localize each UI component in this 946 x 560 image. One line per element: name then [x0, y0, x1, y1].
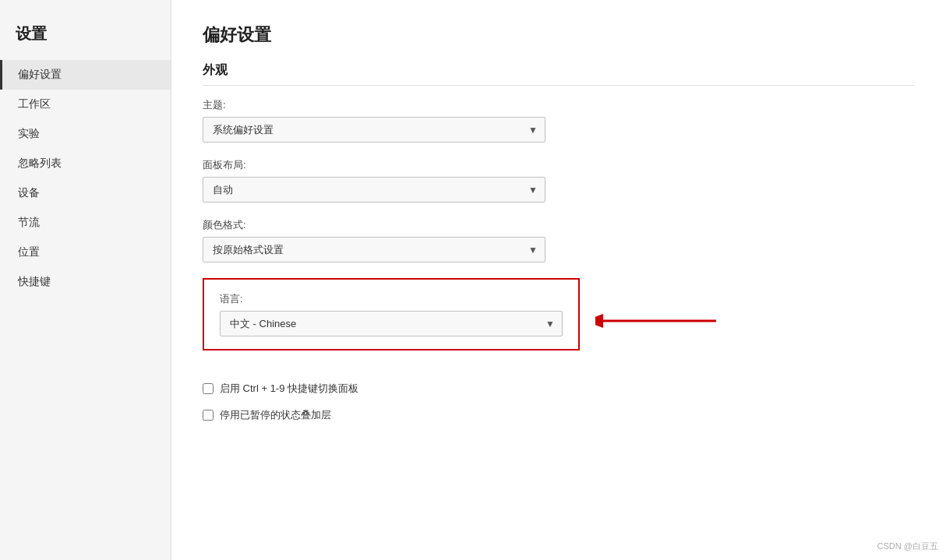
- disable-paused-overlay-group: 停用已暂停的状态叠加层: [203, 408, 915, 422]
- language-section: 语言: 中文 - Chinese English 日本語 한국어 ▼: [203, 278, 580, 350]
- color-format-label: 颜色格式:: [203, 218, 915, 232]
- sidebar-item-location[interactable]: 位置: [0, 238, 171, 267]
- sidebar: 设置 偏好设置 工作区 实验 忽略列表 设备 节流 位置 快捷键: [0, 0, 171, 560]
- theme-field-group: 主题: 系统偏好设置 浅色 深色 ▼: [203, 98, 915, 143]
- theme-select[interactable]: 系统偏好设置 浅色 深色: [203, 117, 545, 143]
- sidebar-item-workspace[interactable]: 工作区: [0, 90, 171, 119]
- language-select-wrapper: 中文 - Chinese English 日本語 한국어 ▼: [220, 311, 563, 336]
- annotation-arrow: [595, 309, 720, 335]
- enable-ctrl-shortcuts-label: 启用 Ctrl + 1-9 快捷键切换面板: [220, 382, 358, 396]
- sidebar-item-throttle[interactable]: 节流: [0, 208, 171, 238]
- panel-layout-select-wrapper: 自动 水平 垂直 ▼: [203, 177, 545, 203]
- sidebar-item-preferences[interactable]: 偏好设置: [0, 60, 171, 90]
- main-content: 偏好设置 外观 主题: 系统偏好设置 浅色 深色 ▼ 面板布局: 自动 水平 垂: [171, 0, 946, 560]
- theme-label: 主题:: [203, 98, 915, 112]
- appearance-section-title: 外观: [203, 62, 915, 86]
- watermark: CSDN @白豆五: [877, 541, 938, 552]
- panel-layout-select[interactable]: 自动 水平 垂直: [203, 177, 545, 203]
- sidebar-item-devices[interactable]: 设备: [0, 178, 171, 208]
- enable-ctrl-shortcuts-checkbox[interactable]: [203, 383, 214, 394]
- language-select[interactable]: 中文 - Chinese English 日本語 한국어: [220, 311, 563, 336]
- color-format-field-group: 颜色格式: 按原始格式设置 HEX RGB HSL ▼: [203, 218, 915, 262]
- enable-ctrl-shortcuts-group: 启用 Ctrl + 1-9 快捷键切换面板: [203, 382, 915, 396]
- panel-layout-label: 面板布局:: [203, 158, 915, 172]
- language-label: 语言:: [220, 292, 563, 306]
- color-format-select-wrapper: 按原始格式设置 HEX RGB HSL ▼: [203, 237, 545, 262]
- disable-paused-overlay-checkbox[interactable]: [203, 410, 214, 421]
- sidebar-title: 设置: [0, 0, 171, 60]
- page-title: 偏好设置: [203, 23, 915, 47]
- sidebar-item-shortcuts[interactable]: 快捷键: [0, 267, 171, 297]
- disable-paused-overlay-label: 停用已暂停的状态叠加层: [220, 408, 331, 422]
- color-format-select[interactable]: 按原始格式设置 HEX RGB HSL: [203, 237, 545, 262]
- sidebar-item-experiments[interactable]: 实验: [0, 119, 171, 149]
- sidebar-item-ignorelist[interactable]: 忽略列表: [0, 149, 171, 178]
- panel-layout-field-group: 面板布局: 自动 水平 垂直 ▼: [203, 158, 915, 203]
- theme-select-wrapper: 系统偏好设置 浅色 深色 ▼: [203, 117, 545, 143]
